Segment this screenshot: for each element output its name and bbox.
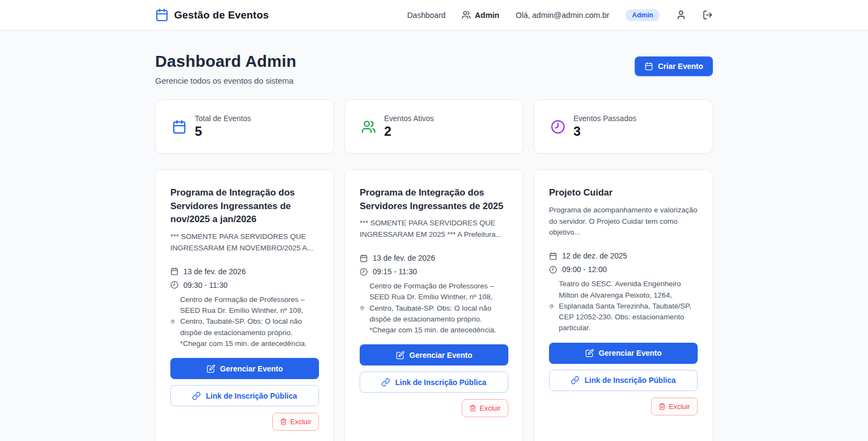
manage-event-button[interactable]: Gerenciar Evento — [170, 358, 319, 379]
event-description: *** SOMENTE PARA SERVIDORES QUE INGRESSA… — [360, 218, 508, 241]
nav-link-dashboard[interactable]: Dashboard — [407, 11, 445, 20]
calendar-icon — [170, 267, 178, 275]
event-time: 09:15 - 11:30 — [360, 267, 508, 276]
stats-row: Total de Eventos 5 Eventos Ativos 2 Even… — [155, 99, 713, 154]
clock-icon — [360, 268, 368, 276]
calendar-icon — [644, 62, 653, 71]
link-icon — [381, 378, 390, 387]
link-icon — [571, 376, 579, 385]
nav-link-admin[interactable]: Admin — [462, 10, 499, 20]
logout-icon — [703, 10, 713, 20]
event-title: Projeto Cuidar — [549, 186, 698, 200]
user-greeting: Olá, admin@admin.com.br — [515, 11, 609, 20]
stat-value: 3 — [573, 124, 636, 139]
public-link-button[interactable]: Link de Inscrição Pública — [549, 370, 698, 391]
stat-label: Eventos Ativos — [384, 114, 434, 123]
page-subtitle: Gerencie todos os eventos do sistema — [155, 76, 296, 85]
event-location: Centro de Formação de Professores – SEED… — [360, 281, 508, 336]
nav-admin-label: Admin — [475, 11, 499, 20]
delete-event-button[interactable]: Excluir — [272, 413, 319, 431]
profile-button[interactable] — [676, 10, 686, 20]
public-link-button[interactable]: Link de Inscrição Pública — [360, 371, 508, 393]
page-title: Dashboard Admin — [155, 52, 296, 71]
calendar-icon — [155, 8, 169, 22]
link-icon — [192, 392, 201, 400]
event-title: Programa de Integração dos Servidores In… — [360, 186, 508, 213]
event-time: 09:00 - 12:00 — [549, 265, 698, 274]
events-grid: Programa de Integração dos Servidores In… — [155, 169, 713, 441]
stat-value: 2 — [384, 124, 434, 139]
trash-icon — [469, 405, 476, 412]
trash-icon — [280, 418, 287, 425]
app-title: Gestão de Eventos — [174, 9, 269, 21]
app-brand[interactable]: Gestão de Eventos — [155, 8, 269, 22]
clock-icon — [551, 119, 565, 134]
event-card: Programa de Integração dos Servidores In… — [155, 169, 334, 441]
stat-card-total: Total de Eventos 5 — [155, 99, 334, 154]
delete-event-button[interactable]: Excluir — [651, 398, 698, 415]
map-pin-icon — [360, 306, 365, 311]
event-date: 13 de fev. de 2026 — [360, 254, 508, 262]
stat-card-active: Eventos Ativos 2 — [344, 99, 524, 154]
edit-icon — [396, 351, 405, 360]
event-date: 12 de dez. de 2025 — [549, 251, 698, 260]
manage-event-button[interactable]: Gerenciar Evento — [360, 344, 508, 366]
role-badge: Admin — [626, 9, 660, 21]
stat-value: 5 — [195, 124, 251, 139]
event-title: Programa de Integração dos Servidores In… — [170, 186, 319, 226]
map-pin-icon — [549, 304, 554, 309]
public-link-button[interactable]: Link de Inscrição Pública — [170, 385, 319, 406]
edit-icon — [207, 364, 215, 373]
event-time: 09:30 - 11:30 — [170, 281, 319, 289]
stat-label: Eventos Passados — [573, 114, 636, 123]
user-icon — [676, 10, 686, 20]
clock-icon — [170, 281, 178, 289]
event-card: Programa de Integração dos Servidores In… — [344, 169, 524, 441]
create-event-label: Criar Evento — [658, 62, 703, 71]
event-location: Teatro do SESC. Avenida Engenheiro Milto… — [549, 279, 698, 333]
event-location: Centro de Formação de Professores – SEED… — [170, 294, 319, 349]
users-icon — [361, 119, 376, 134]
top-navbar: Gestão de Eventos Dashboard Admin Olá, a… — [0, 0, 868, 30]
delete-event-button[interactable]: Excluir — [462, 399, 508, 417]
users-icon — [462, 10, 471, 20]
calendar-icon — [549, 252, 557, 260]
calendar-icon — [172, 119, 187, 134]
event-card: Projeto Cuidar Programa de acompanhament… — [534, 169, 713, 441]
main-content: Dashboard Admin Gerencie todos os evento… — [155, 30, 713, 441]
trash-icon — [659, 403, 666, 410]
event-description: Programa de acompanhamento e valorização… — [549, 205, 698, 239]
calendar-icon — [360, 254, 368, 262]
stat-label: Total de Eventos — [195, 114, 251, 123]
clock-icon — [549, 266, 557, 274]
edit-icon — [585, 349, 594, 357]
event-date: 13 de fev. de 2026 — [170, 267, 319, 276]
create-event-button[interactable]: Criar Evento — [635, 56, 713, 76]
manage-event-button[interactable]: Gerenciar Evento — [549, 343, 698, 364]
map-pin-icon — [170, 319, 175, 324]
event-description: *** SOMENTE PARA SERVIDORES QUE INGRESSA… — [170, 231, 319, 254]
logout-button[interactable] — [703, 10, 713, 20]
stat-card-past: Eventos Passados 3 — [534, 99, 713, 154]
